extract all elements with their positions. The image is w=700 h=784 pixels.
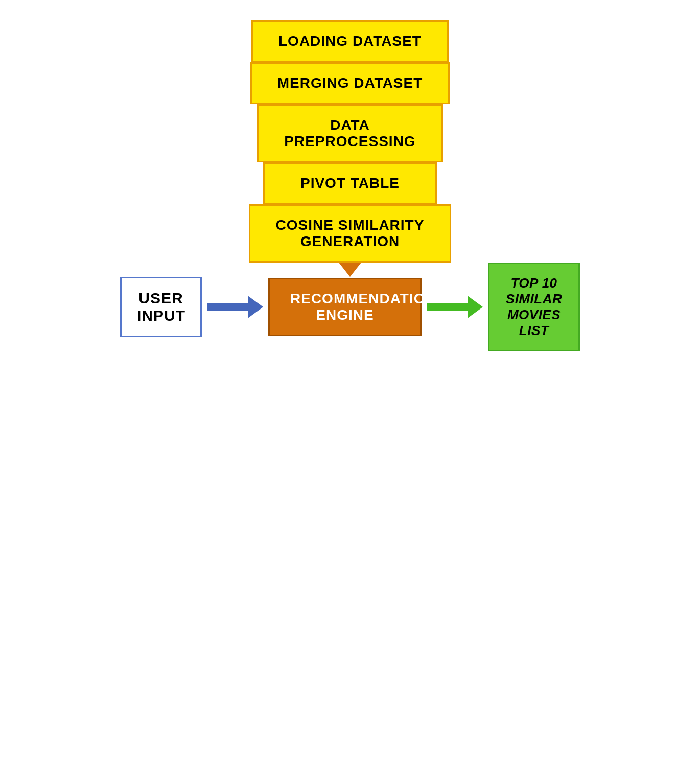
user-input-label: USERINPUT	[137, 290, 185, 324]
user-input-box: USERINPUT	[120, 277, 202, 337]
cosine-similarity-label: COSINE SIMILARITYGENERATION	[276, 217, 425, 249]
flowchart: LOADING DATASET MERGING DATASET DATAPREP…	[146, 20, 554, 351]
blue-arrow-head	[248, 296, 263, 318]
loading-dataset-box: LOADING DATASET	[251, 20, 449, 62]
recommendation-engine-label: RECOMMENDATIONENGINE	[290, 291, 436, 323]
bottom-row: USERINPUT RECOMMENDATIONENGINE TOP 10SIM…	[120, 263, 580, 351]
green-arrow-head	[468, 296, 483, 318]
blue-arrow-right	[207, 296, 263, 318]
data-preprocessing-box: DATAPREPROCESSING	[257, 104, 442, 162]
output-box: TOP 10SIMILARMOVIES LIST	[488, 263, 580, 351]
cosine-similarity-box: COSINE SIMILARITYGENERATION	[249, 204, 452, 263]
blue-arrow-shaft	[207, 303, 248, 311]
green-arrow-shaft	[427, 303, 468, 311]
merging-dataset-box: MERGING DATASET	[250, 62, 450, 104]
pivot-table-box: PIVOT TABLE	[263, 162, 437, 204]
green-arrow-right	[427, 296, 483, 318]
output-label: TOP 10SIMILARMOVIES LIST	[506, 275, 562, 338]
recommendation-engine-box: RECOMMENDATIONENGINE	[268, 278, 422, 336]
data-preprocessing-label: DATAPREPROCESSING	[284, 117, 415, 149]
